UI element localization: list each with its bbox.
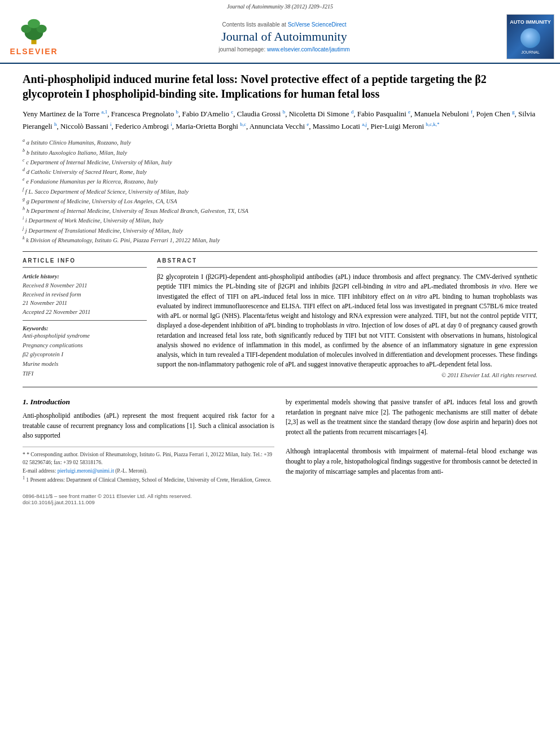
journal-top-bar: Journal of Autoimmunity 38 (2012) J209–J… (0, 3, 560, 10)
footnote-email-label: E-mail address: (23, 468, 56, 474)
affiliations-list: a a Istituto Clinico Humanitas, Rozzano,… (23, 137, 537, 244)
received-date: Received 8 November 2011 (23, 281, 147, 290)
cover-title: AUTO IMMUNITY (510, 19, 550, 25)
abstract-label: ABSTRACT (157, 257, 537, 264)
page-wrapper: Journal of Autoimmunity 38 (2012) J209–J… (0, 0, 560, 747)
keyword-1: Anti-phospholipid syndrome (23, 331, 147, 341)
revised-date: 21 November 2011 (23, 299, 147, 308)
keywords-list: Anti-phospholipid syndrome Pregnancy com… (23, 331, 147, 379)
body-section: 1. Introduction Anti-phospholipid antibo… (23, 397, 537, 484)
footnote-1: 1 1 Present address: Department of Clini… (23, 475, 274, 484)
affiliation-a: a a Istituto Clinico Humanitas, Rozzano,… (23, 137, 537, 147)
received-revised-label: Received in revised form (23, 290, 147, 299)
affiliation-j: j j Department of Translational Medicine… (23, 225, 537, 235)
elsevier-logo: ELSEVIER (6, 18, 62, 56)
divider-bottom (23, 387, 537, 387)
article-info-column: ARTICLE INFO Article history: Received 8… (23, 257, 147, 379)
cover-subtitle: JOURNAL (521, 50, 540, 54)
divider-top (23, 251, 537, 252)
affiliation-g: g g Department of Medicine, University o… (23, 196, 537, 206)
accepted-date: Accepted 22 November 2011 (23, 308, 147, 317)
affiliation-c: c c Department of Internal Medicine, Uni… (23, 157, 537, 167)
page-footer: 0896-8411/$ – see front matter © 2011 El… (23, 493, 537, 505)
journal-header-inner: ELSEVIER Contents lists available at Sci… (0, 12, 560, 63)
keywords-divider (23, 320, 147, 321)
authors-line: Yeny Martinez de la Torre a,1, Francesca… (23, 108, 537, 133)
keyword-2: Pregnancy complications (23, 341, 147, 351)
intro-right-paragraph-1: by experimental models showing that pass… (286, 397, 537, 438)
body-right-column: by experimental models showing that pass… (286, 397, 537, 484)
journal-title: Journal of Autoimmunity (62, 29, 506, 44)
authors-text: Yeny Martinez de la Torre a,1, Francesca… (23, 110, 535, 130)
article-info-label: ARTICLE INFO (23, 257, 147, 264)
footnote-star: * * Corresponding author. Division of Rh… (23, 451, 274, 467)
journal-header: Journal of Autoimmunity 38 (2012) J209–J… (0, 0, 560, 64)
journal-citation: Journal of Autoimmunity 38 (2012) J209–J… (227, 3, 333, 10)
homepage-label: journal homepage: (218, 46, 265, 53)
keyword-5: TIFI (23, 369, 147, 379)
info-divider (23, 267, 147, 268)
abstract-text: β2 glycoprotein I (β2GPI)-dependent anti… (157, 272, 537, 370)
journal-title-center: Contents lists available at SciVerse Sci… (62, 21, 506, 53)
footer-doi: doi:10.1016/j.jaut.2011.11.009 (23, 499, 537, 505)
affiliation-d: d d Catholic University of Sacred Heart,… (23, 167, 537, 176)
contents-bar: Contents lists available at SciVerse Sci… (62, 21, 506, 28)
journal-cover-image: AUTO IMMUNITY JOURNAL (506, 14, 554, 59)
keyword-3: β2 glycoprotein I (23, 350, 147, 360)
article-title: Anti-phospholipid induced murine fetal l… (23, 72, 537, 101)
intro-right-paragraph-2: Although intraplacental thrombosis with … (286, 447, 537, 477)
journal-homepage: journal homepage: www.elsevier.com/locat… (62, 46, 506, 53)
abstract-divider (157, 267, 537, 268)
footnote-area: * * Corresponding author. Division of Rh… (23, 447, 274, 484)
affiliation-f: f f L. Sacco Department of Medical Scien… (23, 186, 537, 196)
article-info-abstract: ARTICLE INFO Article history: Received 8… (23, 257, 537, 379)
svg-point-4 (28, 19, 40, 28)
affiliation-i: i i Department of Work Medicine, Univers… (23, 215, 537, 225)
elsevier-brand: ELSEVIER (10, 47, 58, 56)
affiliation-k: k k Division of Rheumatology, Istituto G… (23, 235, 537, 244)
intro-heading: 1. Introduction (23, 397, 274, 407)
affiliation-b: b b Istituto Auxologico Italiano, Milan,… (23, 147, 537, 157)
copyright-text: © 2011 Elsevier Ltd. All rights reserved… (157, 372, 537, 378)
keywords-label: Keywords: (23, 325, 147, 331)
intro-paragraph-1: Anti-phospholipid antibodies (aPL) repre… (23, 411, 274, 441)
history-label: Article history: (23, 272, 147, 281)
footnote-corresponding: * Corresponding author. Division of Rheu… (23, 452, 272, 465)
homepage-url[interactable]: www.elsevier.com/locate/jautimm (267, 46, 350, 53)
affiliation-e: e e Fondazione Humanitas per la Ricerca,… (23, 176, 537, 186)
article-history: Article history: Received 8 November 201… (23, 272, 147, 317)
elsevier-tree-icon (14, 18, 54, 46)
abstract-column: ABSTRACT β2 glycoprotein I (β2GPI)-depen… (157, 257, 537, 379)
footer-issn: 0896-8411/$ – see front matter © 2011 El… (23, 493, 537, 499)
cover-circle-graphic (520, 28, 540, 48)
footnote-initials: (P.-L. Meroni). (115, 468, 147, 474)
keywords-section: Keywords: Anti-phospholipid syndrome Pre… (23, 325, 147, 379)
affiliation-h: h h Department of Internal Medicine, Uni… (23, 206, 537, 215)
sciverse-link[interactable]: SciVerse ScienceDirect (288, 21, 347, 28)
footnote-email-line: E-mail address: pierluigi.meroni@unimi.i… (23, 467, 274, 475)
body-left-column: 1. Introduction Anti-phospholipid antibo… (23, 397, 274, 484)
contents-label: Contents lists available at (222, 21, 286, 28)
keyword-4: Murine models (23, 360, 147, 369)
main-content: Anti-phospholipid induced murine fetal l… (0, 64, 560, 517)
footnote-email-value[interactable]: pierluigi.meroni@unimi.it (58, 468, 114, 474)
